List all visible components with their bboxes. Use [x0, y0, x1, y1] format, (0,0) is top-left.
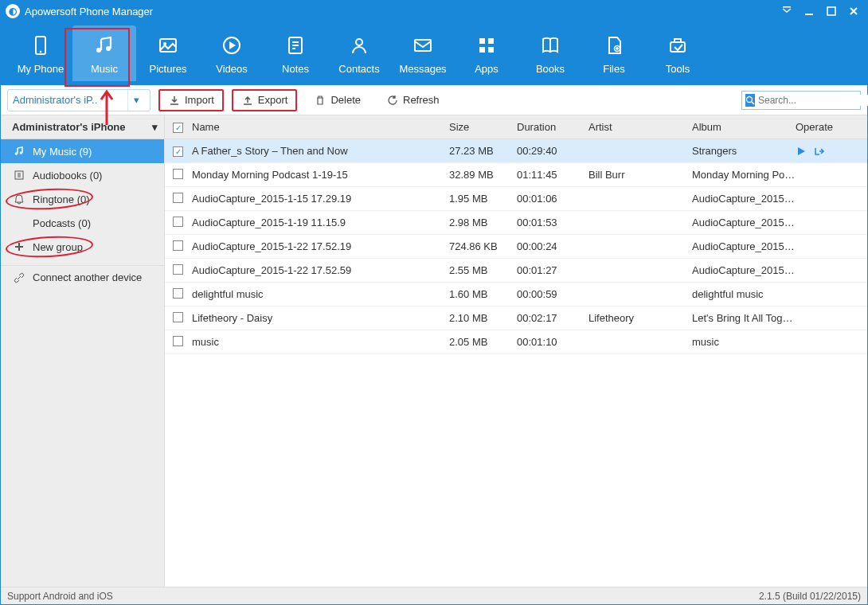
svg-rect-2	[827, 7, 835, 15]
tab-tools[interactable]: Tools	[646, 25, 710, 81]
cell-name: A Father_s Story – Then and Now	[192, 145, 449, 157]
row-checkbox[interactable]	[173, 336, 183, 346]
tab-files[interactable]: Files	[582, 25, 646, 81]
tab-books[interactable]: Books	[518, 25, 582, 81]
tab-notes[interactable]: Notes	[264, 25, 327, 81]
sidebar-item-icon	[14, 241, 26, 252]
search-input[interactable]	[755, 95, 868, 106]
delete-button[interactable]: Delete	[305, 89, 369, 111]
cell-album: AudioCapture_2015…	[692, 217, 796, 228]
cell-duration: 00:01:10	[517, 336, 588, 348]
cell-name: AudioCapture_2015-1-22 17.52.59	[192, 264, 449, 276]
tab-apps[interactable]: Apps	[455, 25, 518, 81]
svg-point-21	[20, 151, 23, 154]
tab-videos[interactable]: Videos	[200, 25, 264, 81]
table-row[interactable]: delightful music 1.60 MB 00:00:59 deligh…	[165, 283, 867, 306]
window-title: Apowersoft Phone Manager	[25, 6, 781, 18]
sidebar-item-icon	[14, 193, 26, 205]
svg-rect-1	[805, 14, 813, 15]
play-icon[interactable]	[796, 146, 807, 157]
connect-another-device[interactable]: Connect another device	[1, 265, 164, 289]
sidebar-device-header[interactable]: Administrator's iPhone ▾	[1, 115, 164, 139]
cell-operate	[796, 146, 859, 157]
tab-label: My Phone	[18, 63, 65, 75]
export-row-icon[interactable]	[813, 146, 824, 157]
table-row[interactable]: AudioCapture_2015-1-22 17.52.59 2.55 MB …	[165, 259, 867, 283]
row-checkbox[interactable]	[173, 193, 183, 203]
export-icon	[241, 94, 254, 107]
cell-name: music	[192, 336, 449, 348]
device-dropdown-label: Administrator's iP..	[13, 94, 127, 106]
col-size[interactable]: Size	[449, 121, 517, 133]
svg-rect-15	[479, 47, 485, 53]
select-all-checkbox[interactable]: ✓	[173, 123, 183, 133]
table-row[interactable]: AudioCapture_2015-1-19 11.15.9 2.98 MB 0…	[165, 211, 867, 235]
import-button[interactable]: Import	[158, 89, 224, 111]
cell-duration: 00:00:24	[517, 240, 588, 252]
sidebar-item-podcasts[interactable]: Podcasts (0)	[1, 211, 164, 235]
svg-rect-14	[488, 38, 494, 44]
table-row[interactable]: Monday Morning Podcast 1-19-15 32.89 MB …	[165, 163, 867, 187]
tab-my-phone[interactable]: My Phone	[9, 25, 72, 81]
export-button[interactable]: Export	[232, 89, 298, 111]
col-artist[interactable]: Artist	[588, 121, 692, 133]
sidebar-item-new[interactable]: New group	[1, 235, 164, 259]
table-row[interactable]: ✓ A Father_s Story – Then and Now 27.23 …	[165, 139, 867, 163]
row-checkbox[interactable]	[173, 288, 183, 299]
refresh-button[interactable]: Refresh	[377, 89, 448, 111]
row-checkbox[interactable]	[173, 312, 183, 322]
tab-contacts[interactable]: Contacts	[327, 25, 391, 81]
tab-messages[interactable]: Messages	[391, 25, 455, 81]
row-checkbox[interactable]	[173, 169, 183, 179]
maximize-button[interactable]	[826, 6, 840, 17]
music-table: ✓ Name Size Duration Artist Album Operat…	[165, 115, 867, 587]
tab-label: Messages	[399, 63, 446, 75]
table-row[interactable]: Lifetheory - Daisy 2.10 MB 00:02:17 Life…	[165, 306, 867, 330]
svg-point-19	[747, 96, 753, 102]
search-box[interactable]: ✕	[741, 91, 861, 110]
col-duration[interactable]: Duration	[517, 121, 588, 133]
sidebar-item-label: My Music (9)	[33, 146, 92, 158]
col-album[interactable]: Album	[692, 121, 796, 133]
row-checkbox[interactable]	[173, 240, 183, 251]
cell-size: 2.98 MB	[449, 217, 517, 228]
svg-point-20	[15, 152, 18, 155]
row-checkbox[interactable]	[173, 217, 183, 227]
files-icon	[603, 33, 625, 58]
cell-duration: 00:02:17	[517, 312, 588, 324]
minimize-button[interactable]	[803, 6, 818, 17]
books-icon	[539, 33, 561, 58]
table-row[interactable]: AudioCapture_2015-1-15 17.29.19 1.95 MB …	[165, 187, 867, 211]
svg-rect-12	[415, 40, 431, 51]
row-checkbox[interactable]: ✓	[173, 146, 183, 157]
row-checkbox[interactable]	[173, 264, 183, 275]
cell-name: Lifetheory - Daisy	[192, 312, 449, 324]
table-row[interactable]: AudioCapture_2015-1-22 17.52.19 724.86 K…	[165, 235, 867, 259]
music-icon	[93, 33, 115, 58]
videos-icon	[221, 33, 243, 58]
device-dropdown[interactable]: Administrator's iP.. ▾	[7, 89, 151, 111]
notes-icon	[284, 33, 307, 58]
cell-artist: Bill Burr	[588, 169, 692, 181]
delete-label: Delete	[330, 94, 361, 106]
cell-duration: 00:29:40	[517, 145, 588, 157]
col-name[interactable]: Name	[192, 121, 449, 133]
table-row[interactable]: music 2.05 MB 00:01:10 music	[165, 330, 867, 354]
sidebar-item-label: Podcasts (0)	[33, 217, 91, 229]
tab-label: Contacts	[338, 63, 379, 75]
options-icon[interactable]	[781, 6, 796, 17]
tab-label: Files	[603, 63, 624, 75]
sidebar-item-ringtone[interactable]: Ringtone (0)	[1, 187, 164, 211]
messages-icon	[412, 33, 434, 58]
cell-album: AudioCapture_2015…	[692, 264, 796, 276]
cell-album: Let's Bring It All Tog…	[692, 312, 796, 324]
tab-pictures[interactable]: Pictures	[136, 25, 200, 81]
close-button[interactable]	[848, 6, 862, 17]
col-operate[interactable]: Operate	[796, 121, 859, 133]
sidebar-item-my[interactable]: My Music (9)	[1, 139, 164, 163]
trash-icon	[314, 94, 326, 107]
cell-size: 1.95 MB	[449, 193, 517, 205]
sidebar-item-audiobooks[interactable]: Audiobooks (0)	[1, 163, 164, 187]
svg-point-4	[40, 50, 42, 53]
tab-music[interactable]: Music	[72, 25, 136, 81]
